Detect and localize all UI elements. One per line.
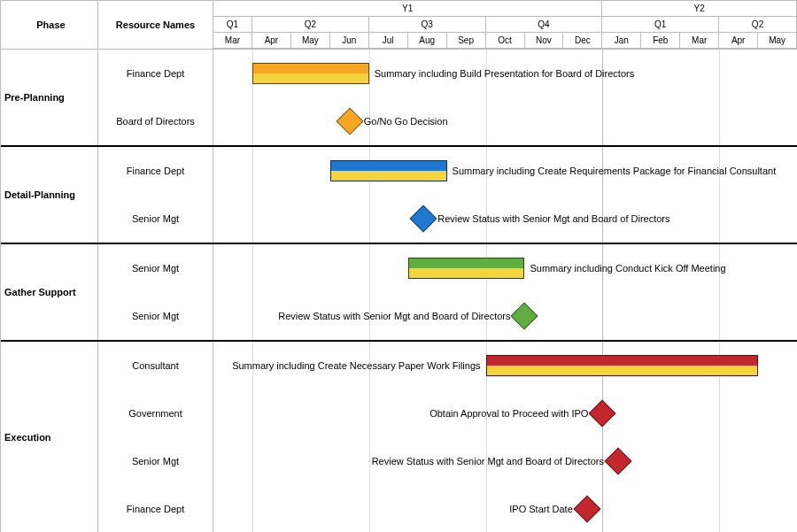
timeline-cell: Summary including Conduct Kick Off Meeti…	[213, 244, 797, 292]
gantt-milestone	[336, 107, 363, 135]
header-month-cell: Sep	[447, 33, 486, 48]
gantt-header: Phase Resource Names Y1Y2 Q1Q2Q3Q4Q1Q2 M…	[1, 1, 797, 50]
gantt-bar-label: Summary including Conduct Kick Off Meeti…	[530, 263, 725, 274]
header-year-cell: Y2	[602, 1, 797, 16]
gantt-row: Senior MgtReview Status with Senior Mgt …	[98, 437, 797, 485]
gantt-bar-label: Summary including Create Requirements Pa…	[453, 166, 777, 176]
header-month-cell: Aug	[408, 33, 447, 48]
header-quarter-cell: Q1	[213, 17, 252, 32]
resource-label: Consultant	[98, 342, 213, 389]
header-quarter-cell: Q4	[486, 17, 603, 32]
resource-label: Senior Mgt	[98, 195, 213, 243]
gantt-row: GovernmentObtain Approval to Proceed wit…	[98, 389, 797, 437]
phase-block: ExecutionConsultantSummary including Cre…	[1, 342, 797, 532]
gantt-row: Board of DirectorsGo/No Go Decision	[98, 97, 797, 145]
header-quarter-cell: Q3	[369, 17, 486, 32]
phase-label: Execution	[1, 342, 98, 532]
gantt-milestone	[410, 204, 437, 232]
gantt-bar	[486, 355, 759, 376]
gantt-milestone-label: Review Status with Senior Mgt and Board …	[372, 456, 604, 466]
header-month-cell: May	[758, 33, 797, 48]
gantt-milestone-label: Go/No Go Decision	[364, 116, 448, 127]
header-month-cell: Mar	[213, 33, 252, 48]
gantt-row: ConsultantSummary including Create Neces…	[98, 342, 797, 389]
gantt-bar-label: Summary including Build Presentation for…	[375, 68, 634, 79]
header-month-cell: Jul	[369, 33, 408, 48]
header-month-cell: Apr	[719, 33, 758, 48]
resource-label: Senior Mgt	[98, 437, 213, 485]
header-month-cell: Jan	[602, 33, 641, 48]
header-month-cell: Jun	[330, 33, 369, 48]
gantt-row: Senior MgtReview Status with Senior Mgt …	[98, 195, 797, 243]
gantt-row: Finance DeptSummary including Create Req…	[98, 147, 797, 195]
gantt-bar-label: Summary including Create Necessary Paper…	[232, 360, 480, 371]
header-month-cell: Feb	[641, 33, 680, 48]
timeline-cell: Review Status with Senior Mgt and Board …	[213, 195, 797, 243]
gantt-bar	[408, 258, 525, 279]
timeline-cell: Obtain Approval to Proceed with IPO	[213, 389, 797, 437]
gantt-milestone	[604, 447, 631, 474]
header-quarter-cell: Q2	[252, 17, 369, 32]
header-quarters-row: Q1Q2Q3Q4Q1Q2	[213, 17, 797, 33]
header-month-cell: Oct	[486, 33, 525, 48]
header-month-cell: May	[291, 33, 330, 48]
resource-label: Senior Mgt	[98, 244, 213, 292]
gantt-row: Finance DeptSummary including Build Pres…	[98, 50, 797, 97]
phase-label: Gather Support	[1, 244, 98, 340]
gantt-chart: Phase Resource Names Y1Y2 Q1Q2Q3Q4Q1Q2 M…	[0, 0, 797, 532]
resource-label: Senior Mgt	[98, 292, 213, 340]
phase-label: Detail-Planning	[1, 147, 98, 243]
timeline-cell: IPO Start Date	[213, 485, 797, 532]
timeline-cell: Review Status with Senior Mgt and Board …	[213, 292, 797, 340]
header-month-cell: Mar	[680, 33, 719, 48]
header-months-row: MarAprMayJunJulAugSepOctNovDecJanFebMarA…	[213, 33, 797, 49]
gantt-row: Finance DeptIPO Start Date	[98, 485, 797, 532]
gantt-body: Pre-PlanningFinance DeptSummary includin…	[1, 50, 797, 532]
header-years-row: Y1Y2	[213, 1, 797, 17]
resource-label: Board of Directors	[98, 97, 213, 145]
header-month-cell: Dec	[563, 33, 602, 48]
gantt-milestone	[573, 495, 600, 522]
gantt-bar	[330, 160, 447, 181]
header-resource: Resource Names	[98, 1, 213, 49]
timeline-cell: Go/No Go Decision	[213, 97, 797, 145]
header-quarter-cell: Q1	[602, 17, 719, 32]
gantt-milestone	[589, 399, 616, 427]
phase-label: Pre-Planning	[1, 50, 98, 145]
gantt-milestone-label: Obtain Approval to Proceed with IPO	[429, 408, 588, 419]
timeline-cell: Summary including Create Necessary Paper…	[213, 342, 797, 389]
header-quarter-cell: Q2	[719, 17, 797, 32]
resource-label: Finance Dept	[98, 147, 213, 195]
timeline-cell: Review Status with Senior Mgt and Board …	[213, 437, 797, 485]
gantt-milestone-label: Review Status with Senior Mgt and Board …	[278, 311, 510, 321]
gantt-milestone-label: Review Status with Senior Mgt and Board …	[437, 213, 669, 224]
gantt-milestone	[511, 302, 538, 329]
gantt-bar	[252, 63, 369, 84]
timeline-cell: Summary including Build Presentation for…	[213, 50, 797, 97]
gantt-row: Senior MgtSummary including Conduct Kick…	[98, 244, 797, 292]
header-year-cell: Y1	[213, 1, 602, 16]
resource-label: Finance Dept	[98, 485, 213, 532]
timeline-cell: Summary including Create Requirements Pa…	[213, 147, 797, 195]
header-month-cell: Apr	[252, 33, 291, 48]
resource-label: Government	[98, 389, 213, 437]
phase-block: Detail-PlanningFinance DeptSummary inclu…	[1, 147, 797, 244]
header-month-cell: Nov	[525, 33, 564, 48]
phase-block: Gather SupportSenior MgtSummary includin…	[1, 244, 797, 342]
gantt-row: Senior MgtReview Status with Senior Mgt …	[98, 292, 797, 340]
resource-label: Finance Dept	[98, 50, 213, 97]
phase-block: Pre-PlanningFinance DeptSummary includin…	[1, 50, 797, 147]
header-phase: Phase	[1, 1, 98, 49]
header-timeline: Y1Y2 Q1Q2Q3Q4Q1Q2 MarAprMayJunJulAugSepO…	[213, 1, 797, 49]
gantt-milestone-label: IPO Start Date	[509, 504, 573, 514]
